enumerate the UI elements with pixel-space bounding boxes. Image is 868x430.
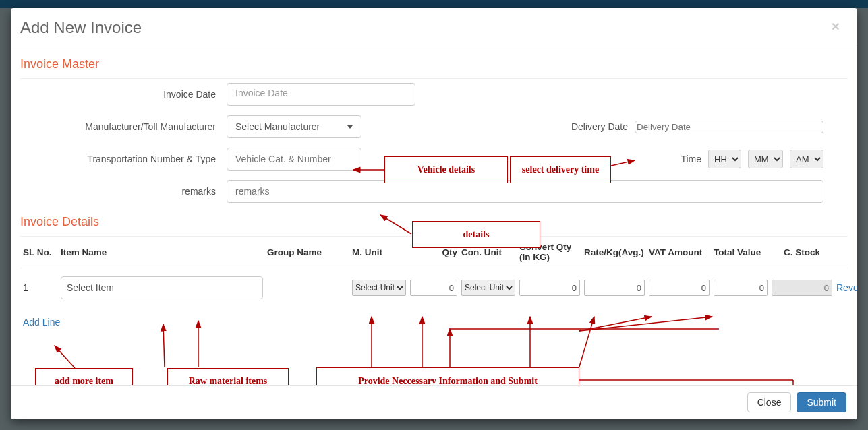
munit-select[interactable]: Select Unit (352, 280, 406, 296)
rate-input[interactable] (584, 280, 645, 296)
modal-footer: Close Submit (11, 385, 857, 419)
col-sl: SL No. (23, 247, 57, 257)
col-qty: Qty (410, 247, 457, 257)
delivery-date-input[interactable] (635, 121, 823, 133)
svg-line-12 (579, 317, 652, 331)
time-label: Time (681, 154, 701, 164)
anno-details: details (412, 221, 540, 248)
remove-row-link[interactable]: Revome (836, 282, 857, 293)
invoice-date-label: Invoice Date (45, 89, 227, 100)
chevron-down-icon (347, 125, 353, 129)
add-line-link[interactable]: Add Line (23, 317, 60, 328)
invoice-date-input[interactable]: Invoice Date (227, 83, 415, 106)
anno-vehicle: Vehicle details (384, 156, 508, 183)
conunit-select[interactable]: Select Unit (461, 280, 515, 296)
total-input[interactable] (714, 280, 768, 296)
add-invoice-modal: Add New Invoice × Invoice Master Invoice… (11, 8, 857, 419)
row-sl: 1 (23, 282, 57, 293)
col-conunit: Con. Unit (461, 247, 515, 257)
transport-input[interactable] (227, 148, 361, 171)
col-rate: Rate/Kg(Avg.) (584, 247, 645, 257)
delivery-date-label: Delivery Date (571, 121, 628, 132)
col-group: Group Name (267, 247, 348, 257)
modal-body: Invoice Master Invoice Date Invoice Date… (11, 44, 857, 385)
table-row: 1 Select Item Select Unit Select Unit (20, 268, 848, 313)
col-munit: M. Unit (352, 247, 406, 257)
time-hh-select[interactable]: HH (708, 150, 741, 168)
svg-line-4 (55, 346, 75, 368)
svg-line-5 (163, 324, 165, 367)
cstock-input (772, 280, 832, 296)
item-name-select[interactable]: Select Item (61, 276, 263, 299)
time-mm-select[interactable]: MM (748, 150, 783, 168)
close-button[interactable]: Close (747, 392, 792, 412)
convqty-input[interactable] (519, 280, 580, 296)
manufacturer-label: Manufacturer/Toll Manufacturer (45, 121, 227, 132)
invoice-master-title: Invoice Master (20, 57, 848, 71)
remarks-label: remarks (45, 186, 227, 197)
close-icon[interactable]: × (828, 18, 844, 34)
col-item: Item Name (61, 247, 263, 257)
submit-button[interactable]: Submit (797, 392, 846, 412)
remarks-input[interactable] (227, 180, 823, 203)
col-total: Total Value (714, 247, 768, 257)
manufacturer-select[interactable]: Select Manufacturer (227, 115, 361, 138)
anno-raw-items: Raw material items (167, 368, 289, 385)
svg-line-11 (579, 317, 594, 367)
modal-header: Add New Invoice × (11, 8, 857, 44)
anno-add-more: add more item (35, 368, 133, 385)
anno-provide: Provide Neccessary Information and Submi… (316, 367, 579, 385)
vat-input[interactable] (649, 280, 710, 296)
col-cstock: C. Stock (772, 247, 832, 257)
anno-delivery-time: select delivery time (510, 156, 611, 183)
transport-label: Transportation Number & Type (45, 154, 227, 164)
svg-line-13 (579, 317, 712, 331)
qty-input[interactable] (410, 280, 457, 296)
modal-title: Add New Invoice (20, 18, 142, 37)
col-vat: VAT Amount (649, 247, 710, 257)
time-ampm-select[interactable]: AM (790, 150, 823, 168)
